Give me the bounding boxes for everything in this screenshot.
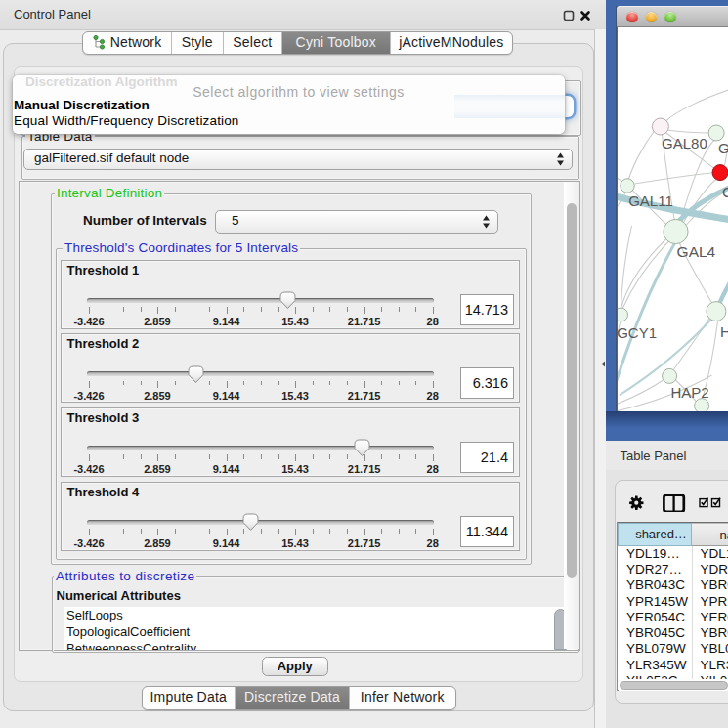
svg-text:GAL4: GAL4 xyxy=(676,243,715,260)
svg-text:HI: HI xyxy=(719,323,728,340)
svg-text:GA: GA xyxy=(718,140,728,156)
svg-text:GAL11: GAL11 xyxy=(628,193,673,209)
svg-text:CY: CY xyxy=(722,184,728,200)
svg-text:HAP2: HAP2 xyxy=(670,384,708,401)
svg-text:GCY1: GCY1 xyxy=(618,324,657,341)
svg-text:GAL80: GAL80 xyxy=(662,135,707,151)
